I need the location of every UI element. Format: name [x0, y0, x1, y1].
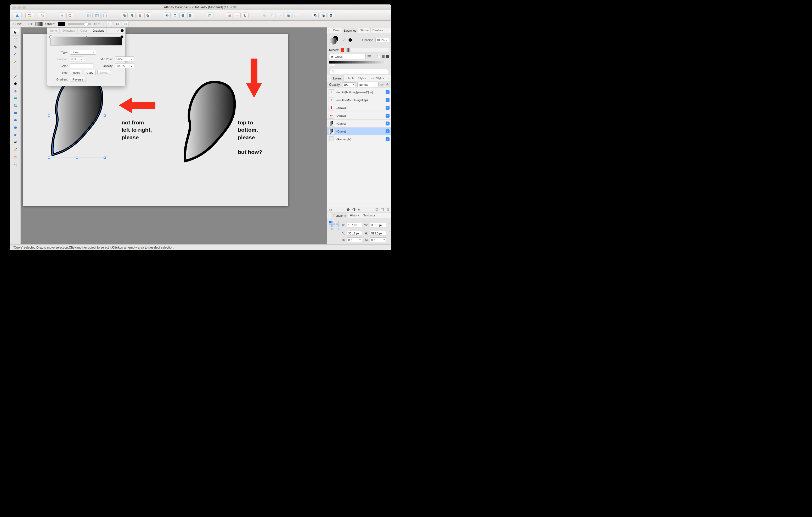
transform-mode-button[interactable]: [123, 21, 129, 27]
lock-aspect-icon[interactable]: [388, 223, 391, 232]
tab-history[interactable]: History: [348, 213, 361, 218]
duplicate-icon[interactable]: [375, 208, 378, 211]
visibility-checkbox[interactable]: ✓: [385, 114, 389, 118]
move-front-button[interactable]: [144, 12, 151, 18]
popup-tab-swatches[interactable]: Swatches: [60, 28, 78, 33]
group-icon[interactable]: [381, 208, 384, 211]
tab-layers[interactable]: Layers: [331, 75, 344, 81]
swatch-palette-select[interactable]: Greys⌄: [329, 54, 366, 59]
last-picked-color[interactable]: [348, 38, 352, 42]
insert-target-behind-button[interactable]: [320, 12, 326, 18]
grey-swatch[interactable]: [382, 55, 384, 58]
visibility-checkbox[interactable]: ✓: [385, 122, 389, 125]
rotate-cw-button[interactable]: [187, 12, 194, 18]
persona-designer[interactable]: [13, 12, 22, 18]
artboard-tool[interactable]: [12, 36, 19, 43]
none-swatch[interactable]: [377, 55, 380, 58]
visibility-checkbox[interactable]: ✓: [385, 106, 389, 110]
fill-tool[interactable]: [12, 88, 19, 94]
reverse-gradient-button[interactable]: Reverse: [70, 77, 86, 82]
swatch-search-input[interactable]: [329, 69, 389, 74]
swatch-menu-icon[interactable]: [367, 55, 372, 59]
layer-item[interactable]: (Curve)✓: [327, 120, 391, 127]
shape-tool[interactable]: [12, 131, 19, 138]
blend-mode-select[interactable]: Normal⌄: [357, 82, 379, 87]
popup-eyedropper[interactable]: [115, 28, 125, 33]
visibility-checkbox[interactable]: ✓: [385, 90, 389, 94]
insert-target-top-button[interactable]: [327, 12, 334, 18]
stroke-well[interactable]: [58, 22, 65, 26]
x-field[interactable]: 167 px: [347, 223, 362, 227]
align-button[interactable]: [207, 12, 213, 18]
trash-icon[interactable]: [386, 208, 389, 211]
snap-magnet-button[interactable]: [242, 12, 249, 18]
move-tool[interactable]: [12, 29, 19, 36]
geom-add-button[interactable]: [261, 12, 268, 18]
rounded-rect-tool[interactable]: [12, 124, 19, 131]
gradient-midpoint-handle[interactable]: [86, 36, 87, 38]
popup-tab-gradient[interactable]: Gradient: [90, 28, 107, 33]
gradient-stop-right[interactable]: [120, 35, 123, 38]
color-picker-tool[interactable]: [12, 80, 19, 87]
snap-button[interactable]: [226, 12, 233, 18]
geom-divide-button[interactable]: [292, 12, 299, 18]
y-field[interactable]: 301.2 px: [347, 231, 362, 236]
move-back-button[interactable]: [121, 12, 128, 18]
visibility-checkbox[interactable]: ✓: [385, 137, 389, 141]
edit-layers-icon[interactable]: [328, 208, 332, 211]
persona-export[interactable]: [38, 12, 47, 18]
minimize-window-icon[interactable]: [18, 6, 21, 9]
gear-icon[interactable]: [380, 83, 384, 87]
layer-item[interactable]: (Arrow)✓: [327, 112, 391, 120]
tab-navigator[interactable]: Navigator: [361, 213, 377, 218]
visibility-checkbox[interactable]: ✓: [385, 129, 389, 133]
tab-brushes[interactable]: Brushes: [371, 27, 385, 33]
node-tool[interactable]: [12, 44, 19, 51]
corner-tool[interactable]: [12, 51, 19, 58]
dark-swatch[interactable]: [386, 55, 389, 58]
zoom-window-icon[interactable]: [23, 6, 26, 9]
pencil-tool[interactable]: [12, 66, 19, 72]
tab-transform[interactable]: Transform: [331, 213, 348, 218]
transparency-tool[interactable]: [12, 95, 19, 102]
gradient-type-select[interactable]: Linear⌄: [70, 50, 96, 55]
insert-target-inside-button[interactable]: [312, 12, 319, 18]
enable-transform-origin-button[interactable]: [106, 21, 112, 27]
grey-swatches-row2[interactable]: [329, 63, 389, 66]
subtract-button[interactable]: [66, 12, 73, 18]
show-margins-button[interactable]: [102, 12, 108, 18]
anchor-grid[interactable]: [329, 221, 339, 243]
insert-stop-button[interactable]: Insert: [70, 70, 82, 75]
rotate-ccw-button[interactable]: [179, 12, 186, 18]
visibility-checkbox[interactable]: ✓: [385, 98, 389, 102]
popup-tab-none[interactable]: None: [47, 28, 60, 33]
zoom-tool[interactable]: [12, 161, 19, 168]
tab-textstyles[interactable]: Text Styles: [368, 75, 386, 81]
close-window-icon[interactable]: [12, 6, 16, 9]
persona-pixel[interactable]: [25, 12, 34, 18]
hide-selection-button[interactable]: [115, 21, 120, 27]
geom-xor-button[interactable]: [285, 12, 291, 18]
recent-color-1[interactable]: [341, 48, 344, 52]
stop-opacity-field[interactable]: 100 %⌄: [115, 63, 134, 68]
copy-stop-button[interactable]: Copy: [84, 70, 96, 75]
grey-swatches-row[interactable]: [329, 61, 389, 63]
h-field[interactable]: 593.3 px: [370, 231, 386, 236]
tab-stroke[interactable]: Stroke: [358, 27, 371, 33]
swatch-opacity-field[interactable]: 100 %⌄: [375, 38, 389, 42]
geom-subtract-button[interactable]: [269, 12, 276, 18]
layer-opacity-field[interactable]: 100▾: [342, 82, 356, 87]
flip-vertical-button[interactable]: [172, 12, 178, 18]
pen-tool[interactable]: [12, 58, 19, 65]
r-field[interactable]: 0 °▾: [347, 237, 362, 242]
tab-swatches[interactable]: Swatches: [342, 28, 358, 33]
curve-shape-right[interactable]: [182, 80, 237, 163]
layer-item[interactable]: A(top to¶bottom,¶please¶¶bu)✓: [327, 88, 391, 96]
canvas-text-right[interactable]: top to bottom, please but how?: [238, 119, 262, 156]
eyedropper-tool[interactable]: [12, 146, 19, 153]
gradient-preview[interactable]: [51, 37, 122, 45]
flip-horizontal-button[interactable]: [164, 12, 171, 18]
show-guides-button[interactable]: [94, 12, 100, 18]
panel-menu-icon[interactable]: ≡: [386, 77, 391, 80]
panel-eyedropper-icon[interactable]: [342, 38, 346, 42]
